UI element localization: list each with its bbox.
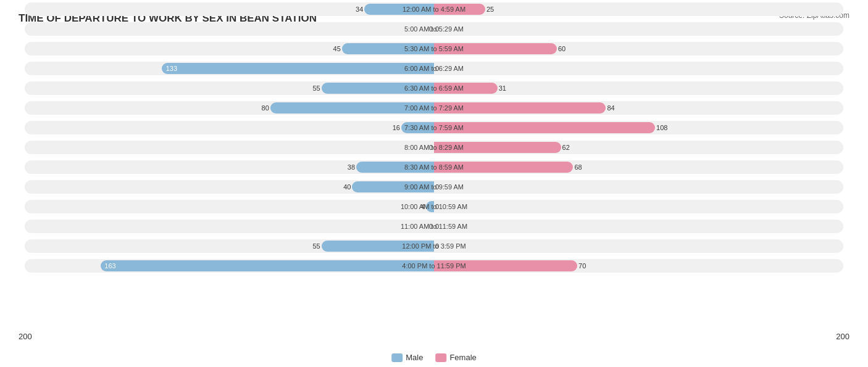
male-value-label: 40 [343,183,351,191]
legend-male: Male [391,353,423,362]
row-bg: 7:00 AM to 7:29 AM8084 [25,101,843,115]
female-value-label: 0 [435,25,439,33]
male-bar [322,241,434,252]
row-center-label: 11:00 AM to 11:59 AM [401,223,467,230]
axis-left: 200 [19,332,32,341]
male-bar [426,201,434,212]
row-bg: 10:00 AM to 10:59 AM40 [25,200,843,213]
bar-row: 8:00 AM to 8:29 AM062 [25,138,843,157]
row-bg: 12:00 PM to 3:59 PM550 [25,239,843,253]
female-value-label: 70 [578,262,586,270]
bar-row: 8:30 AM to 8:59 AM3868 [25,158,843,176]
female-value-label: 60 [558,45,565,52]
bar-row: 7:30 AM to 7:59 AM16108 [25,118,843,137]
row-bg: 7:30 AM to 7:59 AM16108 [25,121,843,134]
female-value-label: 68 [574,163,582,171]
row-bg: 9:00 AM to 9:59 AM400 [25,180,843,194]
male-bar [401,122,434,133]
female-bar [434,4,485,15]
female-bar [434,260,577,271]
male-value-label: 133 [166,65,177,72]
row-bg: 5:00 AM to 5:29 AM00 [25,22,843,36]
row-bg: 5:30 AM to 5:59 AM4560 [25,42,843,56]
bar-row: 6:00 AM to 6:29 AM1330 [25,59,843,78]
row-bg: 6:30 AM to 6:59 AM5531 [25,81,843,95]
female-value-label: 62 [562,144,570,151]
male-value-label: 80 [262,104,269,112]
row-bg: 12:00 AM to 4:59 AM3425 [25,2,843,16]
legend-female: Female [435,353,476,362]
female-value-label: 108 [656,124,667,131]
male-value-label: 163 [104,262,115,270]
male-bar [342,43,434,54]
rows-wrapper: 12:00 AM to 4:59 AM34255:00 AM to 5:29 A… [25,0,843,333]
bar-row: 9:00 AM to 9:59 AM400 [25,178,843,196]
female-value-label: 25 [486,6,494,13]
male-bar [162,63,434,74]
male-value-label: 4 [421,203,425,210]
female-value-label: 0 [435,65,439,72]
male-value-label: 0 [429,25,433,33]
male-value-label: 55 [312,242,320,250]
female-value-label: 0 [435,223,439,230]
chart-container: TIME OF DEPARTURE TO WORK BY SEX IN BEAN… [0,0,868,367]
female-bar [434,142,561,153]
bar-row: 10:00 AM to 10:59 AM40 [25,197,843,216]
male-value-label: 38 [348,163,355,171]
male-value-label: 55 [312,85,320,92]
female-value-label: 31 [499,85,506,92]
female-bar [434,162,573,173]
male-bar [270,102,434,113]
female-bar [434,122,655,133]
female-value-label: 84 [607,104,614,112]
male-bar [101,260,434,271]
bar-row: 4:00 PM to 11:59 PM16370 [25,257,843,275]
legend-female-color [435,353,446,362]
male-value-label: 0 [429,144,433,151]
bar-row: 5:00 AM to 5:29 AM00 [25,20,843,38]
female-bar [434,102,606,113]
bar-row: 12:00 AM to 4:59 AM3425 [25,0,843,19]
male-bar [322,83,434,94]
row-bg: 8:30 AM to 8:59 AM3868 [25,160,843,174]
bar-row: 6:30 AM to 6:59 AM5531 [25,79,843,97]
bar-row: 5:30 AM to 5:59 AM4560 [25,39,843,58]
bar-row: 12:00 PM to 3:59 PM550 [25,237,843,255]
female-bar [434,43,557,54]
male-value-label: 45 [333,45,341,52]
female-value-label: 0 [435,183,439,191]
row-center-label: 5:00 AM to 5:29 AM [404,25,464,33]
female-value-label: 0 [435,203,439,210]
male-value-label: 0 [429,223,433,230]
legend-male-color [391,353,403,362]
row-bg: 6:00 AM to 6:29 AM1330 [25,62,843,75]
row-bg: 11:00 AM to 11:59 AM00 [25,220,843,233]
axis-right: 200 [836,332,849,341]
legend: Male Female [391,353,477,362]
male-bar [356,162,434,173]
female-bar [434,83,498,94]
legend-female-label: Female [449,353,476,362]
male-bar [364,4,434,15]
male-value-label: 16 [393,124,400,131]
row-bg: 8:00 AM to 8:29 AM062 [25,141,843,154]
bar-row: 11:00 AM to 11:59 AM00 [25,217,843,236]
row-center-label: 10:00 AM to 10:59 AM [401,203,467,210]
male-bar [352,181,434,192]
male-value-label: 34 [356,6,363,13]
bar-row: 7:00 AM to 7:29 AM8084 [25,99,843,117]
legend-male-label: Male [406,353,423,362]
row-bg: 4:00 PM to 11:59 PM16370 [25,259,843,273]
female-value-label: 0 [435,242,439,250]
